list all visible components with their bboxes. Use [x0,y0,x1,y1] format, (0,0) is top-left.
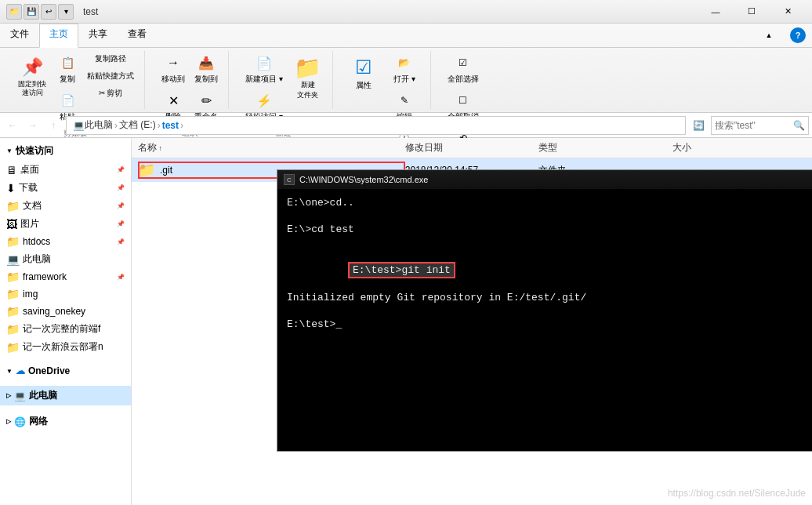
tab-home[interactable]: 主页 [39,24,78,48]
minimize-button[interactable]: — [698,0,734,24]
cmd-window: C C:\WINDOWS\system32\cmd.exe — ☐ ✕ E:\o… [277,169,812,452]
copy-to-button[interactable]: 📥 复制到 [190,51,222,87]
title-bar: 📁 💾 ↩ ▾ test — ☐ ✕ [0,0,812,24]
cmd-line-4 [287,237,812,249]
forward-button[interactable]: → [24,116,42,135]
onedrive-header[interactable]: ▼ ☁ OneDrive [0,362,131,380]
search-icon[interactable]: 🔍 [793,120,805,131]
col-size[interactable]: 大小 [672,141,806,154]
sidebar-item-framework[interactable]: 📁 framework 📌 [0,268,131,285]
cmd-title-text: C C:\WINDOWS\system32\cmd.exe [284,174,428,185]
pin-button[interactable]: 📌 固定到快速访问 [13,51,52,125]
up-button[interactable]: ↑ [44,116,63,135]
back-button[interactable]: ← [3,116,22,135]
desktop-icon: 🖥 [6,164,17,176]
sidebar-item-desktop[interactable]: 🖥 桌面 📌 [0,161,131,179]
ribbon-collapse[interactable]: ▲ [751,24,787,47]
pin-indicator-2: 📌 [117,184,125,191]
sidebar-item-saving[interactable]: 📁 saving_onekey [0,303,131,320]
properties-icon: ☑ [351,55,376,80]
sidebar-item-img[interactable]: 📁 img [0,285,131,303]
copy-button[interactable]: 📋 复制 [53,51,82,87]
open-button[interactable]: 📂 打开 ▾ [385,51,424,87]
tab-share[interactable]: 共享 [78,24,118,47]
tb-icon-dropdown[interactable]: ▾ [58,4,74,20]
help-button[interactable]: ? [790,27,806,43]
cmd-line-2 [287,210,812,222]
record2-icon: 📁 [6,341,20,354]
copy-path-button[interactable]: 复制路径 [83,51,138,67]
col-date[interactable]: 修改日期 [405,141,538,154]
framework-icon: 📁 [6,271,20,283]
cut-button[interactable]: ✂ 剪切 [83,85,138,101]
sidebar-section-onedrive: ▼ ☁ OneDrive [0,359,131,383]
breadcrumb-drive[interactable]: 文档 (E:) [119,118,156,132]
sidebar-item-htdocs[interactable]: 📁 htdocs 📌 [0,233,131,250]
sidebar-item-mypc[interactable]: 💻 此电脑 [0,250,131,268]
onedrive-icon: ☁ [16,365,25,376]
pin-icon: 📌 [20,55,45,80]
open-icon: 📂 [395,53,414,72]
thispc-icon: 💻 [14,391,26,401]
new-item-button[interactable]: 📄 新建项目 ▾ [241,51,287,87]
tb-icon-undo[interactable]: ↩ [41,4,56,20]
sidebar-section-network: ▷ 🌐 网络 [0,409,131,434]
col-type[interactable]: 类型 [538,141,672,154]
paste-icon: 📄 [58,91,77,110]
mypc-label: 此电脑 [23,252,51,266]
move-to-button[interactable]: → 移动到 [158,51,189,87]
address-path[interactable]: 💻 此电脑 › 文档 (E:) › test › [66,116,686,135]
quickaccess-header[interactable]: ▼ 快速访问 [0,141,131,161]
cmd-line-5: E:\test>git init [287,250,812,290]
tab-view[interactable]: 查看 [118,24,157,47]
pin-indicator-4: 📌 [117,220,125,227]
select-all-button[interactable]: ☑ 全部选择 [444,51,483,87]
ribbon-group-open: ☑ 属性 📂 打开 ▾ ✎ 编辑 🕐 历史记录 [339,51,431,109]
cmd-highlighted-text: E:\test>git init [348,262,455,278]
pin-indicator: 📌 [117,166,125,173]
cmd-title-bar: C C:\WINDOWS\system32\cmd.exe — ☐ ✕ [277,170,812,189]
record1-label: 记一次完整的前端f [23,322,100,336]
close-button[interactable]: ✕ [770,0,806,24]
network-label: 网络 [29,415,48,428]
paste-shortcut-button[interactable]: 粘贴快捷方式 [83,68,138,84]
window-title: test [83,6,98,17]
properties-button[interactable]: ☑ 属性 [346,51,382,95]
breadcrumb-pc[interactable]: 此电脑 [85,118,113,132]
pin-indicator-5: 📌 [117,238,125,245]
cmd-line-3: E:\>cd test [287,223,812,235]
record2-label: 记一次新浪云部署n [23,340,103,354]
sidebar-section-thispc: ▷ 💻 此电脑 [0,383,131,409]
breadcrumb-current[interactable]: test [162,120,179,131]
downloads-icon: ⬇ [6,182,16,194]
saving-icon: 📁 [6,305,20,318]
tab-file[interactable]: 文件 [0,24,39,47]
sidebar-item-downloads[interactable]: ⬇ 下载 📌 [0,179,131,197]
sidebar-item-record1[interactable]: 📁 记一次完整的前端f [0,320,131,338]
record1-icon: 📁 [6,323,20,336]
pictures-icon: 🖼 [6,218,17,231]
sidebar-item-record2[interactable]: 📁 记一次新浪云部署n [0,338,131,356]
pin-indicator-3: 📌 [117,202,125,209]
network-header[interactable]: ▷ 🌐 网络 [0,412,131,431]
cmd-line-8: E:\test>_ [287,318,812,330]
tb-icon-folder[interactable]: 📁 [6,4,22,20]
move-icon: → [164,53,183,72]
select-none-icon: ☐ [454,91,473,110]
thispc-header[interactable]: ▷ 💻 此电脑 [0,386,131,405]
sidebar-item-documents[interactable]: 📁 文档 📌 [0,197,131,215]
sidebar-item-pictures[interactable]: 🖼 图片 📌 [0,215,131,233]
sidebar-section-quickaccess: ▼ 快速访问 🖥 桌面 📌 ⬇ 下载 📌 📁 文档 📌 🖼 图片 � [0,138,131,359]
tb-icon-save[interactable]: 💾 [24,4,39,20]
documents-label: 文档 [23,199,42,213]
col-name[interactable]: 名称 [138,141,405,154]
ribbon-group-new: 📄 新建项目 ▾ ⚡ 轻松访问 ▾ 📁 新建文件夹 新建 [235,51,333,109]
refresh-button[interactable]: 🔄 [689,116,708,135]
search-input[interactable] [715,120,793,131]
new-folder-button[interactable]: 📁 新建文件夹 [290,51,326,125]
maximize-button[interactable]: ☐ [734,0,770,24]
desktop-label: 桌面 [20,163,39,176]
copyto-icon: 📥 [197,53,216,72]
title-bar-left: 📁 💾 ↩ ▾ test [6,4,98,20]
ribbon-tabs: 文件 主页 共享 查看 ▲ ? [0,24,812,48]
